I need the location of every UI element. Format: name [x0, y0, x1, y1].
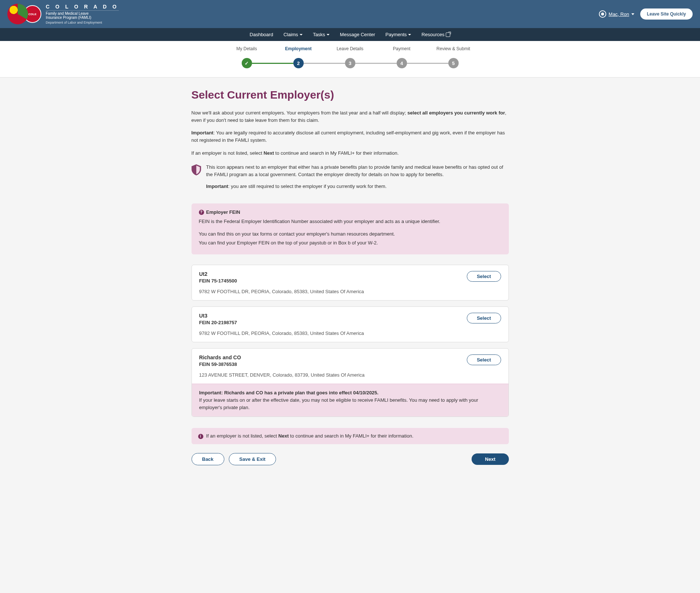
employer-card: Richards and CO FEIN 59-3876538 123 AVEN… — [192, 348, 509, 417]
bottom-notice: i If an employer is not listed, select N… — [192, 428, 509, 444]
main-nav: Dashboard Claims Tasks Message Center Pa… — [0, 28, 700, 41]
fein-text-2: You can find this on your tax forms or c… — [199, 230, 501, 238]
step-label-payment: Payment — [376, 46, 428, 51]
nav-resources[interactable]: Resources — [421, 32, 450, 37]
step-line — [355, 63, 397, 64]
intro-para-1: Now we'll ask about your current employe… — [192, 109, 509, 124]
select-employer-button[interactable]: Select — [467, 271, 501, 282]
step-circle-5: 5 — [448, 58, 459, 68]
employer-name: Richards and CO — [199, 354, 365, 360]
back-button[interactable]: Back — [192, 453, 224, 465]
intro-para-2: Important: You are legally required to a… — [192, 129, 509, 144]
nav-claims[interactable]: Claims — [283, 32, 303, 37]
logo-area: CDLE C O L O R A D O Family and Medical … — [7, 4, 119, 24]
employer-card: Ut3 FEIN 20-2198757 9782 W FOOTHILL DR, … — [192, 306, 509, 342]
step-circle-1 — [242, 58, 252, 68]
chevron-down-icon — [408, 34, 411, 35]
shield-icon — [192, 164, 201, 175]
brand-title: C O L O R A D O — [46, 4, 119, 10]
employer-warning: Important: Richards and CO has a private… — [192, 384, 508, 417]
chevron-down-icon — [300, 34, 303, 35]
employer-card: Ut2 FEIN 75-1745500 9782 W FOOTHILL DR, … — [192, 265, 509, 301]
page-title: Select Current Employer(s) — [192, 89, 509, 101]
select-employer-button[interactable]: Select — [467, 313, 501, 323]
step-circle-3: 3 — [345, 58, 355, 68]
step-label-review: Review & Submit — [428, 46, 479, 51]
nav-tasks[interactable]: Tasks — [313, 32, 330, 37]
info-icon: i — [198, 434, 203, 439]
employer-name: Ut3 — [199, 313, 364, 319]
leave-site-button[interactable]: Leave Site Quickly — [640, 8, 693, 20]
stepper: My Details Employment Leave Details Paym… — [0, 41, 700, 78]
next-button[interactable]: Next — [472, 453, 508, 465]
step-label-employment: Employment — [273, 46, 324, 51]
chevron-down-icon — [327, 34, 330, 35]
employer-name: Ut2 — [199, 271, 364, 277]
user-name: Mac, Ron — [608, 11, 629, 17]
step-label-leavedetails: Leave Details — [324, 46, 376, 51]
nav-message-center[interactable]: Message Center — [340, 32, 375, 37]
step-label-mydetails: My Details — [221, 46, 273, 51]
step-line — [252, 63, 293, 64]
user-menu[interactable]: Mac, Ron — [599, 10, 634, 18]
fein-text-1: FEIN is the Federal Employer Identificat… — [199, 218, 501, 225]
intro-para-3: If an employer is not listed, select Nex… — [192, 150, 509, 157]
chevron-down-icon — [631, 13, 634, 15]
employer-fein: FEIN 20-2198757 — [199, 320, 364, 325]
select-employer-button[interactable]: Select — [467, 354, 501, 365]
fein-text-3: You can find your Employer FEIN on the t… — [199, 239, 501, 247]
step-circle-4: 4 — [397, 58, 407, 68]
employer-address: 9782 W FOOTHILL DR, PEORIA, Colorado, 85… — [199, 330, 364, 336]
shield-text-1: This icon appears next to an employer th… — [206, 164, 509, 178]
shield-info-block: This icon appears next to an employer th… — [192, 164, 509, 195]
shield-text-2: Important: you are still required to sel… — [206, 183, 509, 190]
logo-icon: CDLE — [7, 4, 41, 24]
nav-payments[interactable]: Payments — [386, 32, 411, 37]
brand-dept: Department of Labor and Employment — [46, 21, 119, 24]
nav-dashboard[interactable]: Dashboard — [250, 32, 273, 37]
save-exit-button[interactable]: Save & Exit — [229, 453, 276, 465]
step-line — [304, 63, 345, 64]
brand-subtitle: Family and Medical Leave Insurance Progr… — [46, 10, 119, 20]
user-icon — [599, 10, 606, 18]
external-link-icon — [446, 32, 450, 37]
employer-fein: FEIN 75-1745500 — [199, 278, 364, 284]
app-header: CDLE C O L O R A D O Family and Medical … — [0, 0, 700, 28]
step-circle-2: 2 — [293, 58, 304, 68]
employer-fein: FEIN 59-3876538 — [199, 361, 365, 367]
fein-heading: Employer FEIN — [206, 209, 240, 215]
action-bar: Back Save & Exit Next — [192, 453, 509, 465]
info-icon: ? — [199, 210, 204, 215]
fein-info-box: ? Employer FEIN FEIN is the Federal Empl… — [192, 203, 509, 254]
employer-address: 123 AVENUE STREET, DENVER, Colorado, 837… — [199, 372, 365, 378]
employer-address: 9782 W FOOTHILL DR, PEORIA, Colorado, 85… — [199, 289, 364, 294]
main-content: Select Current Employer(s) Now we'll ask… — [169, 78, 531, 487]
step-line — [407, 63, 448, 64]
